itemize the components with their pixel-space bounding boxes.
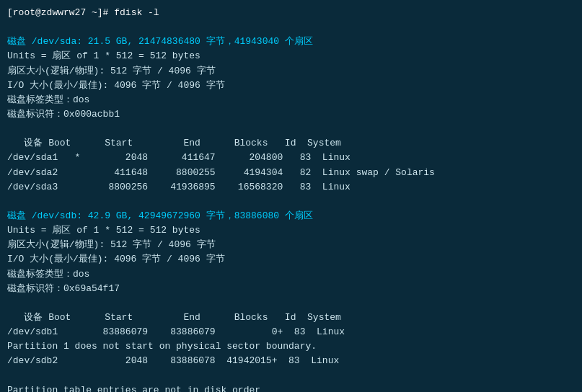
terminal: [root@zdwwrw27 ~]# fdisk -l 磁盘 /dev/sda:… [0, 0, 582, 392]
sdb1: /dev/sdb1 83886079 83886079 0+ 83 Linux [7, 325, 575, 339]
sda3: /dev/sda3 8800256 41936895 16568320 83 L… [7, 180, 575, 195]
sdb_table_header: 设备 Boot Start End Blocks Id System [7, 311, 575, 325]
sda_info4: I/O 大小(最小/最佳): 4096 字节 / 4096 字节 [7, 79, 575, 93]
sda2: /dev/sda2 411648 8800255 4194304 82 Linu… [7, 166, 575, 180]
blank-line-20 [7, 296, 575, 311]
sdb_info5: 磁盘标签类型：dos [7, 267, 575, 282]
order_warn: Partition table entries are not in disk … [7, 383, 575, 392]
blank-line-25 [7, 369, 575, 383]
prompt1: [root@zdwwrw27 ~]# fdisk -l [7, 6, 575, 20]
sda_info5: 磁盘标签类型：dos [7, 93, 575, 107]
blank-line-8 [7, 122, 575, 136]
sda_info6: 磁盘标识符：0x000acbb1 [7, 107, 575, 122]
sdb2: /dev/sdb2 2048 83886078 41942015+ 83 Lin… [7, 354, 575, 368]
sda_info3: 扇区大小(逻辑/物理): 512 字节 / 4096 字节 [7, 64, 575, 79]
sdb1_warn: Partition 1 does not start on physical s… [7, 339, 575, 354]
sda1: /dev/sda1 * 2048 411647 204800 83 Linux [7, 151, 575, 165]
sdb_info1: 磁盘 /dev/sdb: 42.9 GB, 42949672960 字节，838… [7, 209, 575, 223]
blank-line-13 [7, 195, 575, 209]
sda_info1: 磁盘 /dev/sda: 21.5 GB, 21474836480 字节，419… [7, 35, 575, 49]
blank-line-1 [7, 20, 575, 35]
sdb_info3: 扇区大小(逻辑/物理): 512 字节 / 4096 字节 [7, 238, 575, 252]
sda_table_header: 设备 Boot Start End Blocks Id System [7, 136, 575, 151]
sda_info2: Units = 扇区 of 1 * 512 = 512 bytes [7, 49, 575, 63]
sdb_info4: I/O 大小(最小/最佳): 4096 字节 / 4096 字节 [7, 252, 575, 267]
sdb_info2: Units = 扇区 of 1 * 512 = 512 bytes [7, 223, 575, 238]
sdb_info6: 磁盘标识符：0x69a54f17 [7, 282, 575, 296]
